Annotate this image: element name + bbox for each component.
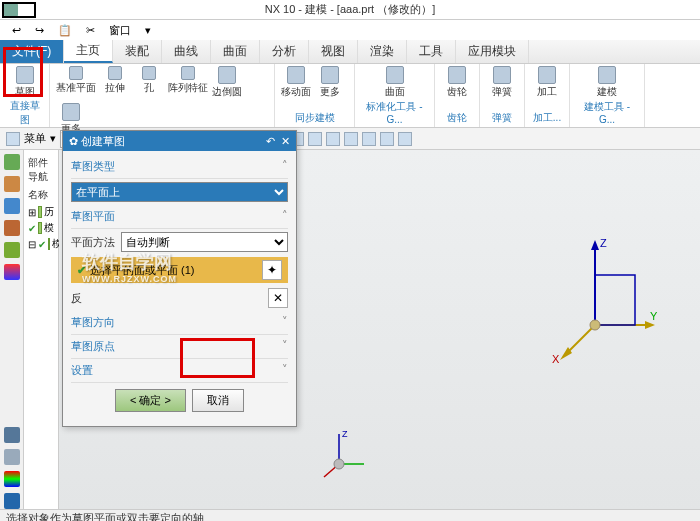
extrude-icon	[108, 66, 122, 80]
datum-icon	[69, 66, 83, 80]
check-icon: ✔	[77, 264, 86, 277]
group-std-label: 标准化工具 - G...	[361, 100, 428, 127]
close-icon[interactable]: ✕	[281, 135, 290, 148]
modeling-button[interactable]: 建模	[576, 66, 638, 99]
status-bar: 选择对象作为草图平面或双击要定向的轴	[0, 509, 700, 521]
extrude-button[interactable]: 拉伸	[100, 66, 130, 99]
move-face-button[interactable]: 移动面	[281, 66, 311, 99]
palette-icon[interactable]	[4, 471, 20, 487]
datum-plane-button[interactable]: 基准平面	[56, 66, 96, 99]
gear-icon	[448, 66, 466, 84]
plane-method-select[interactable]: 自动判断	[121, 232, 288, 252]
dialog-titlebar[interactable]: ✿ 创建草图 ↶✕	[63, 131, 296, 151]
gear-button[interactable]: 齿轮	[441, 66, 473, 99]
chevron-down-icon[interactable]: ˅	[282, 315, 288, 330]
chevron-up-icon[interactable]: ˄	[282, 209, 288, 224]
svg-text:Z: Z	[600, 237, 607, 249]
machining-button[interactable]: 加工	[531, 66, 563, 99]
tree-item[interactable]: ⊞历	[26, 204, 56, 220]
svg-text:X: X	[552, 353, 560, 365]
ok-button[interactable]: < 确定 >	[115, 389, 186, 412]
surface-icon	[386, 66, 404, 84]
group-sketch-label: 直接草图	[6, 99, 43, 129]
filter-icon[interactable]	[326, 132, 340, 146]
browser-icon[interactable]	[4, 493, 20, 509]
section-sketch-orient[interactable]: 草图方向	[71, 315, 115, 330]
reverse-direction-icon[interactable]: ✕	[268, 288, 288, 308]
view-triad: Z	[319, 429, 369, 479]
group-spring-label: 弹簧	[486, 111, 518, 127]
qat-icon[interactable]: 📋	[52, 22, 78, 39]
datum-csys-triad: Z Y X	[550, 235, 660, 365]
chevron-down-icon[interactable]: ˅	[282, 339, 288, 354]
hole-button[interactable]: 孔	[134, 66, 164, 99]
tab-app[interactable]: 应用模块	[456, 40, 529, 63]
section-sketch-origin[interactable]: 草图原点	[71, 339, 115, 354]
tab-view[interactable]: 视图	[309, 40, 358, 63]
tree-item[interactable]: ✔模	[26, 220, 56, 236]
undo-icon[interactable]: ↶	[266, 135, 275, 148]
select-plane-row[interactable]: ✔ 选择平的面或平面 (1) ✦	[71, 257, 288, 283]
hole-icon	[142, 66, 156, 80]
mach-icon	[538, 66, 556, 84]
spring-button[interactable]: 弹簧	[486, 66, 518, 99]
tree-item[interactable]: ⊟✔模	[26, 236, 56, 252]
qat-icon[interactable]: ↪	[29, 22, 50, 39]
model-view-icon	[38, 222, 42, 234]
hd3d-icon[interactable]	[4, 242, 20, 258]
menu-window[interactable]: 窗口	[103, 21, 137, 40]
more2-icon	[321, 66, 339, 84]
tab-file[interactable]: 文件(F)	[0, 40, 64, 63]
system-icon[interactable]	[4, 449, 20, 465]
sketch-button[interactable]: 草图	[6, 66, 43, 99]
tab-analysis[interactable]: 分析	[260, 40, 309, 63]
tab-tools[interactable]: 工具	[407, 40, 456, 63]
svg-text:Z: Z	[342, 429, 348, 439]
constraint-navigator-icon[interactable]	[4, 198, 20, 214]
status-message: 选择对象作为草图平面或双击要定向的轴	[6, 512, 204, 521]
history-icon[interactable]	[4, 264, 20, 280]
reuse-library-icon[interactable]	[4, 220, 20, 236]
tab-assembly[interactable]: 装配	[113, 40, 162, 63]
section-settings[interactable]: 设置	[71, 363, 93, 378]
chevron-down-icon[interactable]: ▾	[139, 22, 157, 39]
filter-icon[interactable]	[308, 132, 322, 146]
tab-curve[interactable]: 曲线	[162, 40, 211, 63]
chevron-up-icon[interactable]: ˄	[282, 159, 288, 174]
more-sync-button[interactable]: 更多	[315, 66, 345, 99]
roles-icon[interactable]	[4, 427, 20, 443]
surface-button[interactable]: 曲面	[361, 66, 428, 99]
chevron-down-icon[interactable]: ˅	[282, 363, 288, 378]
filter-icon[interactable]	[362, 132, 376, 146]
reverse-label: 反	[71, 291, 82, 306]
filter-icon[interactable]	[344, 132, 358, 146]
menu-icon[interactable]	[6, 132, 20, 146]
tab-render[interactable]: 渲染	[358, 40, 407, 63]
sketch-type-select[interactable]: 在平面上	[71, 182, 288, 202]
navigator-column: 名称	[26, 186, 56, 204]
section-sketch-plane[interactable]: 草图平面	[71, 209, 115, 224]
qat-icon[interactable]: ✂	[80, 22, 101, 39]
filter-icon[interactable]	[398, 132, 412, 146]
filter-icon[interactable]	[380, 132, 394, 146]
specify-point-icon[interactable]: ✦	[262, 260, 282, 280]
tab-home[interactable]: 主页	[64, 40, 113, 63]
edge-blend-button[interactable]: 边倒圆	[212, 66, 242, 99]
cancel-button[interactable]: 取消	[192, 389, 244, 412]
pattern-button[interactable]: 阵列特征	[168, 66, 208, 99]
part-navigator-icon[interactable]	[4, 154, 20, 170]
qat-icon[interactable]: ↩	[6, 22, 27, 39]
plane-method-label: 平面方法	[71, 235, 115, 250]
part-navigator-panel: 部件导航 名称 ⊞历 ✔模 ⊟✔模	[24, 150, 59, 509]
group-gear-label: 齿轮	[441, 111, 473, 127]
svg-rect-9	[595, 275, 635, 325]
model-history-icon	[48, 238, 50, 250]
group-sync-label: 同步建模	[281, 111, 348, 127]
ribbon: 草图 直接草图 基准平面 拉伸 孔 阵列特征 边倒圆 更多 特征 移动面 更多 …	[0, 64, 700, 128]
gear-icon: ✿	[69, 135, 78, 147]
section-sketch-type[interactable]: 草图类型	[71, 159, 115, 174]
menu-button[interactable]: 菜单	[24, 131, 46, 146]
assembly-navigator-icon[interactable]	[4, 176, 20, 192]
tab-surface[interactable]: 曲面	[211, 40, 260, 63]
model-icon	[598, 66, 616, 84]
